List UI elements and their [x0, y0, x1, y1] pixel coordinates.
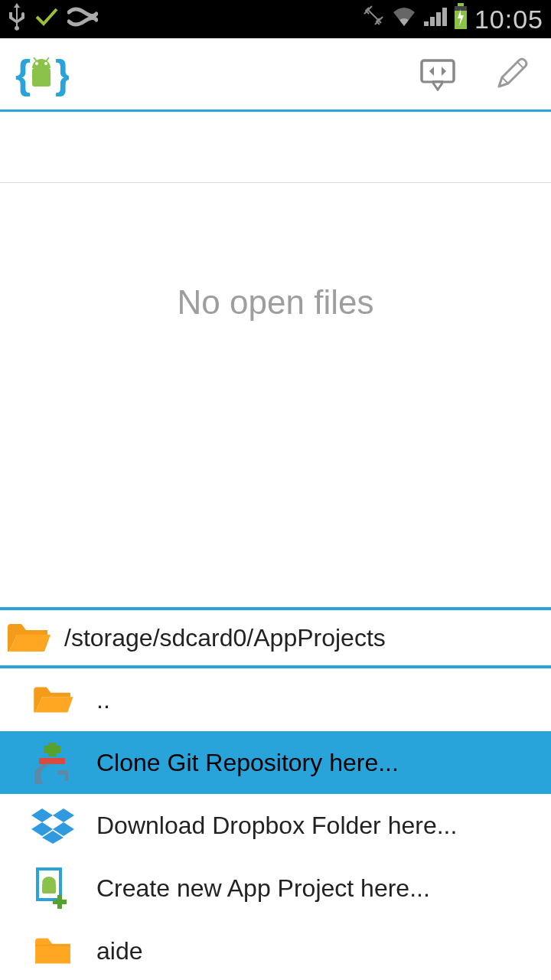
svg-text:{: {: [15, 52, 31, 96]
download-dropbox-item[interactable]: Download Dropbox Folder here...: [0, 794, 551, 857]
app-bar: { }: [0, 38, 551, 112]
editor-area: No open files: [0, 112, 551, 607]
current-path: /storage/sdcard0/AppProjects: [64, 624, 386, 652]
vibrate-icon: [363, 5, 386, 34]
git-clone-icon: [31, 740, 75, 785]
view-button[interactable]: [412, 48, 464, 100]
svg-rect-5: [32, 68, 51, 87]
usb-icon: [8, 2, 26, 37]
path-bar[interactable]: /storage/sdcard0/AppProjects: [0, 607, 551, 668]
svg-rect-11: [422, 60, 454, 82]
svg-rect-16: [42, 883, 56, 893]
svg-line-9: [46, 57, 49, 61]
folder-open-icon: [31, 678, 75, 722]
sync-icon: [67, 5, 98, 34]
editor-tabs-bar: [0, 113, 551, 183]
signal-icon: [422, 5, 447, 34]
new-project-item[interactable]: Create new App Project here...: [0, 857, 551, 920]
dropbox-icon: [31, 803, 75, 848]
svg-point-6: [35, 62, 38, 65]
svg-rect-10: [422, 60, 454, 82]
folder-item-aide[interactable]: aide: [0, 920, 551, 980]
edit-button[interactable]: [485, 48, 537, 100]
folder-icon: [31, 929, 75, 973]
file-item-label: ..: [96, 686, 110, 714]
check-icon: [34, 3, 60, 35]
folder-open-icon: [6, 616, 51, 660]
clone-git-item[interactable]: Clone Git Repository here...: [0, 731, 551, 794]
parent-directory-item[interactable]: ..: [0, 668, 551, 731]
file-item-label: Create new App Project here...: [96, 874, 430, 903]
new-project-icon: [31, 866, 75, 910]
file-list[interactable]: .. Clone Git Repository here... Download…: [0, 668, 551, 980]
svg-rect-0: [458, 3, 464, 6]
svg-rect-18: [53, 900, 67, 904]
wifi-icon: [392, 5, 416, 34]
battery-icon: [453, 3, 468, 35]
svg-line-8: [34, 57, 37, 61]
file-item-label: aide: [96, 937, 143, 965]
svg-rect-13: [44, 746, 60, 753]
android-status-bar: 10:05: [0, 0, 551, 38]
svg-rect-14: [39, 758, 65, 764]
file-item-label: Clone Git Repository here...: [96, 749, 399, 777]
svg-text:}: }: [55, 52, 69, 96]
file-item-label: Download Dropbox Folder here...: [96, 812, 457, 840]
no-files-message: No open files: [178, 283, 374, 322]
status-right-icons: 10:05: [363, 3, 543, 35]
svg-point-7: [44, 62, 47, 65]
app-logo-icon[interactable]: { }: [14, 51, 69, 97]
status-left-icons: [8, 2, 98, 37]
status-time: 10:05: [474, 5, 543, 34]
